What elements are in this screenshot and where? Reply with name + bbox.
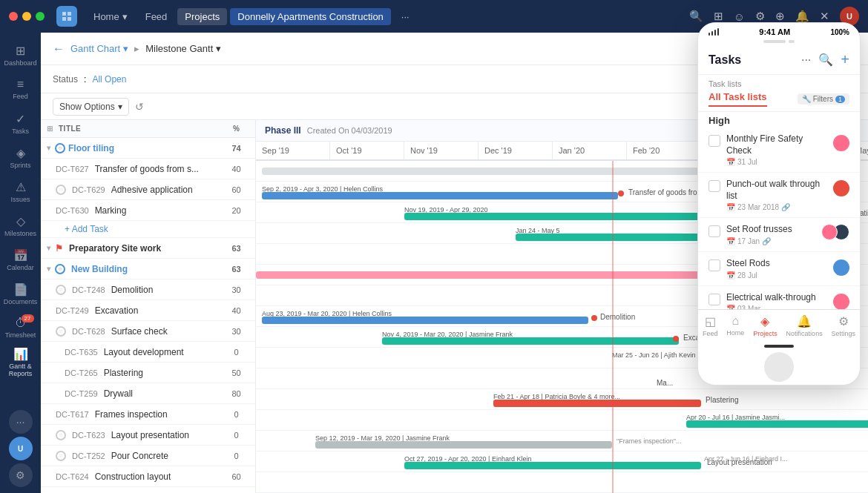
task-row-preparatory[interactable]: ▾ ⚑ Preparatory Site work 63 (41, 238, 255, 259)
mobile-more-icon[interactable]: ··· (801, 53, 811, 67)
mobile-tabs: Task lists All Task lists 🔧 Filters 1 (698, 75, 860, 112)
mobile-task-checkbox-3[interactable] (708, 225, 720, 237)
close-icon[interactable]: ✕ (820, 10, 829, 23)
task-row-dc-t627[interactable]: DC-T627 Transfer of goods from s... 40 (41, 159, 255, 179)
mobile-high-label: High (698, 112, 860, 128)
month-sep19: Sep '19 (256, 142, 330, 159)
mobile-search-icon[interactable]: 🔍 (818, 53, 833, 67)
mobile-home-button[interactable] (764, 352, 794, 382)
mobile-task-checkbox-4[interactable] (708, 259, 720, 271)
bar-dc-t623 (404, 462, 701, 469)
undo-button[interactable]: ↺ (135, 101, 144, 113)
mobile-task-punch-out[interactable]: Punch-out walk through list 📅23 Mar 2018… (698, 173, 860, 218)
task-row-new-building[interactable]: ▾ ○ New Building 63 (41, 259, 255, 279)
mobile-task-roof-trusses[interactable]: Set Roof trusses 📅17 Jan🔗 (698, 218, 860, 252)
mobile-nav-projects[interactable]: ◈ Projects (753, 314, 777, 337)
show-options-button[interactable]: Show Options ▾ (53, 98, 129, 116)
task-row-dc-t249[interactable]: DC-T249 Excavation 40 (41, 300, 255, 321)
task-row-dc-t248[interactable]: ○ DC-T248 Demolition 30 (41, 279, 255, 300)
sidebar-bottom-settings[interactable]: ⚙ (9, 463, 33, 487)
nav-project-name[interactable]: Donnelly Apartments Construction (230, 8, 391, 25)
bell-icon[interactable]: 🔔 (795, 10, 809, 23)
svg-rect-0 (64, 13, 65, 14)
emoji-icon[interactable]: ☺ (734, 10, 745, 23)
mobile-app-header: Tasks ··· 🔍 + (698, 45, 860, 75)
task-list-header: ⊞ TITLE % (41, 120, 255, 138)
sidebar-item-calendar[interactable]: 📅 Calendar (4, 243, 37, 276)
mobile-task-checkbox-5[interactable] (708, 294, 720, 305)
nav-projects[interactable]: Projects (177, 8, 227, 25)
expand-icon: ▾ (47, 144, 50, 152)
nav-more[interactable]: ··· (394, 8, 417, 25)
mobile-nav-settings[interactable]: ⚙ Settings (832, 314, 856, 337)
close-button[interactable] (9, 12, 18, 21)
sidebar-item-gantt[interactable]: 📊 Gantt & Reports (4, 345, 37, 378)
nav-home[interactable]: Home ▾ (86, 8, 135, 25)
phase-label: Phase III (265, 125, 301, 136)
mobile-signal (708, 28, 719, 36)
task-row-dc-t629[interactable]: ○ DC-T629 Adhesive application 60 (41, 179, 255, 200)
mobile-nav-home[interactable]: ⌂ Home (726, 314, 744, 337)
mobile-task-checkbox-2[interactable] (708, 180, 720, 192)
settings-icon[interactable]: ⚙ (755, 10, 765, 23)
sidebar-item-dashboard[interactable]: ⊞ Dashboard (4, 39, 37, 71)
sidebar-item-feed[interactable]: ≡ Feed (4, 73, 37, 105)
task-circle-t628: ○ (56, 326, 66, 337)
task-row-dc-t265[interactable]: DC-T265 Plastering 50 (41, 363, 255, 383)
sidebar-item-documents[interactable]: 📄 Documents (4, 277, 37, 310)
mobile-task-avatar-4 (833, 259, 849, 276)
mobile-status-bar: 9:41 AM 100% (698, 23, 860, 38)
mobile-active-tab[interactable]: All Task lists (708, 91, 767, 107)
task-row-dc-t624[interactable]: DC-T624 Construction layout 60 (41, 466, 255, 487)
current-breadcrumb[interactable]: Milestone Gantt ▾ (145, 43, 221, 54)
mobile-mockup: 9:41 AM 100% Tasks ··· 🔍 + Task lists Al… (697, 22, 861, 386)
task-row-dc-t617[interactable]: DC-T617 Frames inspection 0 (41, 404, 255, 425)
sidebar-bottom-user[interactable]: U (9, 437, 33, 460)
sidebar-bottom-dots[interactable]: ··· (9, 410, 33, 434)
traffic-lights (9, 12, 45, 21)
phase-date: Created On 04/03/2019 (307, 126, 392, 135)
mobile-nav-feed[interactable]: ◱ Feed (703, 314, 718, 337)
filters-badge[interactable]: 🔧 Filters 1 (798, 93, 849, 105)
nav-feed[interactable]: Feed (138, 8, 175, 25)
task-row-dc-t628[interactable]: ○ DC-T628 Surface check 30 (41, 321, 255, 342)
expand-building-icon: ▾ (47, 265, 50, 273)
mobile-nav-notifications[interactable]: 🔔 Notifications (786, 314, 823, 337)
mobile-task-avatar-2 (833, 180, 849, 196)
gantt-row-dc-t623: Oct 27, 2019 - Apr 20, 2020 | Einhard Kl… (256, 451, 868, 472)
task-row-dc-t259[interactable]: DC-T259 Drywall 80 (41, 383, 255, 404)
filter-label: Status (53, 74, 78, 85)
sidebar-item-milestones[interactable]: ◇ Milestones (4, 209, 37, 242)
maximize-button[interactable] (36, 12, 45, 21)
sidebar-item-sprints[interactable]: ◈ Sprints (4, 141, 37, 173)
back-button[interactable]: ← (53, 42, 65, 56)
mobile-add-icon[interactable]: + (841, 51, 849, 68)
filter-value[interactable]: All Open (92, 74, 126, 85)
mobile-task-checkbox-1[interactable] (708, 135, 720, 147)
gantt-row-dc-t617: Sep 12, 2019 - Mar 19, 2020 | Jasmine Fr… (256, 431, 868, 451)
mobile-task-fire-safety[interactable]: Monthly Fire Safety Check 📅31 Jul (698, 128, 860, 173)
prep-flag-icon: ⚑ (55, 243, 63, 254)
app-logo[interactable] (56, 6, 77, 27)
bar-dc-t265 (493, 400, 701, 407)
task-row-floor-tiling[interactable]: ▾ ○ Floor tiling 74 (41, 138, 255, 159)
gantt-breadcrumb-link[interactable]: Gantt Chart ▾ (70, 43, 128, 54)
month-nov19: Nov '19 (404, 142, 479, 159)
mobile-title: Tasks (708, 53, 741, 67)
minimize-button[interactable] (22, 12, 31, 21)
sidebar-item-tasks[interactable]: ✓ Tasks (4, 107, 37, 139)
task-row-dc-t630[interactable]: DC-T630 Marking 20 (41, 200, 255, 221)
add-icon[interactable]: ⊕ (775, 10, 785, 23)
mobile-task-steel-rods[interactable]: Steel Rods 📅28 Jul (698, 252, 860, 286)
sidebar-item-issues[interactable]: ⚠ Issues (4, 175, 37, 208)
task-row-dc-t623[interactable]: ○ DC-T623 Layout presentation 0 (41, 425, 255, 446)
task-row-dc-t252[interactable]: ○ DC-T252 Pour Concrete 0 (41, 446, 255, 466)
mobile-task-electrical[interactable]: Electrical walk-through 📅03 Mar (698, 286, 860, 309)
mobile-time: 9:41 AM (759, 27, 790, 36)
bar-dc-t249 (382, 337, 679, 345)
breadcrumb-separator: ▸ (134, 43, 139, 54)
apps-icon[interactable]: ⊞ (714, 10, 723, 23)
add-task-link-floor[interactable]: + Add Task (41, 221, 255, 238)
search-icon[interactable]: 🔍 (689, 10, 703, 23)
task-row-dc-t635[interactable]: DC-T635 Layout development 0 (41, 342, 255, 363)
